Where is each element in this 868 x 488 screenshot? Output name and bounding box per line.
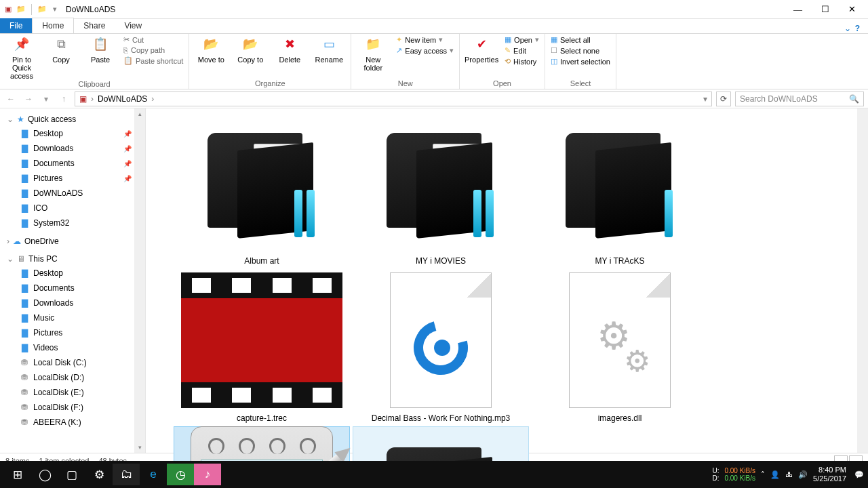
- edit-button[interactable]: ✎Edit: [505, 46, 539, 55]
- cut-button[interactable]: ✂Cut: [123, 35, 183, 44]
- nav-forward-button[interactable]: →: [22, 94, 35, 104]
- nav-this-pc[interactable]: ⌄ 🖥 This PC: [0, 252, 145, 266]
- app-taskbar-icon[interactable]: ♪: [194, 464, 221, 485]
- copy-path-button[interactable]: ⎘Copy path: [123, 46, 183, 54]
- item-video-file[interactable]: capture-1.trec: [174, 270, 349, 423]
- open-button[interactable]: ▦Open ▾: [505, 35, 539, 44]
- move-to-button[interactable]: 📂 Move to: [195, 35, 227, 64]
- nav-pc-item[interactable]: ▇Downloads: [0, 296, 145, 310]
- tray-clock[interactable]: 8:40 PM 5/25/2017: [813, 466, 849, 483]
- item-folder[interactable]: MY i MOVIES: [353, 113, 528, 266]
- history-button[interactable]: ⟲History: [505, 57, 539, 66]
- invert-selection-button[interactable]: ◫Invert selection: [551, 57, 610, 66]
- nav-pc-item[interactable]: ▇Documents: [0, 281, 145, 296]
- select-none-button[interactable]: ☐Select none: [551, 46, 610, 55]
- nav-quick-item[interactable]: ▇DoWNLoADS: [0, 186, 145, 201]
- nav-pc-item[interactable]: ⛃ABEERA (K:): [0, 415, 145, 430]
- tab-home[interactable]: Home: [32, 18, 74, 33]
- tab-share[interactable]: Share: [74, 18, 115, 33]
- address-bar[interactable]: ▣ › DoWNLoADS › ▾: [75, 92, 712, 106]
- select-all-button[interactable]: ▦Select all: [551, 35, 610, 44]
- crumb-sep-icon[interactable]: ›: [151, 94, 154, 104]
- crumb-sep-icon: ›: [91, 94, 94, 104]
- explorer-taskbar-icon[interactable]: 🗂: [113, 464, 140, 485]
- pin-icon: 📌: [123, 160, 132, 167]
- easy-access-button[interactable]: ↗Easy access ▾: [396, 46, 454, 55]
- item-folder[interactable]: Album art: [174, 113, 349, 266]
- new-folder-button[interactable]: 📁 New folder: [357, 35, 389, 72]
- nav-onedrive[interactable]: › ☁ OneDrive: [0, 235, 145, 248]
- pin-icon: 📌: [123, 175, 132, 182]
- nav-recent-button[interactable]: ▾: [39, 94, 53, 104]
- paste-button[interactable]: 📋 Paste: [84, 35, 117, 64]
- close-button[interactable]: ✕: [848, 4, 856, 15]
- nav-pc-item[interactable]: ⛃LocalDisk (E:): [0, 385, 145, 400]
- taskbar[interactable]: ⊞ ◯ ▢ ⚙ 🗂 e ◷ ♪ U: D: 0.00 KiB/s 0.00 Ki…: [0, 461, 868, 488]
- search-icon[interactable]: 🔍: [849, 94, 859, 104]
- item-folder[interactable]: MY i TRAcKS: [532, 113, 707, 266]
- file-list[interactable]: Album art MY i MOVIES MY i TRAcKS captur…: [146, 108, 868, 453]
- tray-notifications-icon[interactable]: 💬: [854, 470, 864, 479]
- nav-up-button[interactable]: ↑: [57, 94, 71, 104]
- group-organize-label: Organize: [195, 79, 345, 89]
- item-dll-file[interactable]: ⚙⚙ imageres.dll: [532, 270, 707, 423]
- chevron-down-icon: ⌄: [7, 254, 14, 264]
- nav-quick-item[interactable]: ▇Downloads📌: [0, 141, 145, 156]
- nav-quick-item[interactable]: ▇ICO: [0, 201, 145, 216]
- properties-button[interactable]: ✔ Properties: [465, 35, 498, 64]
- refresh-button[interactable]: ⟳: [716, 92, 731, 106]
- settings-taskbar-icon[interactable]: ⚙: [85, 464, 113, 485]
- nav-pc-item[interactable]: ⛃LocalDisk (D:): [0, 370, 145, 385]
- nav-quick-item[interactable]: ▇System32: [0, 216, 145, 230]
- tab-file[interactable]: File: [0, 18, 32, 33]
- nav-pc-item[interactable]: ▇Desktop: [0, 266, 145, 281]
- new-item-button[interactable]: ✦New item ▾: [396, 35, 454, 44]
- start-button[interactable]: ⊞: [4, 464, 31, 485]
- nav-pc-item[interactable]: ▇Videos: [0, 340, 145, 355]
- nav-quick-item[interactable]: ▇Documents📌: [0, 156, 145, 171]
- drive-icon: ⛃: [19, 417, 30, 428]
- nav-pc-item[interactable]: ▇Pictures: [0, 325, 145, 340]
- breadcrumb[interactable]: DoWNLoADS: [98, 94, 147, 104]
- ribbon-collapse-icon[interactable]: ⌄: [844, 24, 851, 33]
- nav-quick-access[interactable]: ⌄ ★ Quick access: [0, 113, 145, 126]
- nav-back-button[interactable]: ←: [4, 94, 18, 104]
- tray-people-icon[interactable]: 👤: [770, 470, 780, 479]
- content-scrollbar[interactable]: [857, 108, 868, 453]
- nav-quick-item[interactable]: ▇Pictures📌: [0, 171, 145, 186]
- copy-icon: ⧉: [52, 35, 71, 54]
- address-dropdown-icon[interactable]: ▾: [703, 94, 707, 104]
- folder-icon: ▇: [19, 312, 30, 323]
- tray-expand-icon[interactable]: ˄: [761, 470, 765, 479]
- edit-icon: ✎: [505, 46, 511, 55]
- cortana-button[interactable]: ◯: [31, 464, 58, 485]
- nav-scrollbar[interactable]: ▴▾: [134, 108, 145, 453]
- delete-button[interactable]: ✖ Delete: [273, 35, 306, 64]
- nav-pc-item[interactable]: ▇Music: [0, 310, 145, 325]
- tray-volume-icon[interactable]: 🔊: [798, 470, 808, 479]
- task-view-button[interactable]: ▢: [58, 464, 85, 485]
- pin-quick-access-button[interactable]: 📌 Pin to Quick access: [5, 35, 38, 80]
- rename-button[interactable]: ▭ Rename: [313, 35, 345, 64]
- nav-pc-item[interactable]: ⛃LocalDisk (F:): [0, 400, 145, 415]
- drive-icon: ⛃: [19, 402, 30, 413]
- edge-taskbar-icon[interactable]: e: [140, 464, 167, 485]
- nav-quick-item[interactable]: ▇Desktop📌: [0, 126, 145, 141]
- maximize-button[interactable]: ☐: [821, 4, 829, 15]
- item-audio-file[interactable]: Decimal Bass - Work For Nothing.mp3: [353, 270, 528, 423]
- copy-button[interactable]: ⧉ Copy: [45, 35, 77, 64]
- item-label: MY i TRAcKS: [595, 253, 645, 266]
- move-to-icon: 📂: [201, 35, 220, 54]
- qat-dropdown-icon[interactable]: ▾: [50, 4, 60, 15]
- search-box[interactable]: Search DoWNLoADS 🔍: [735, 92, 864, 106]
- copy-to-button[interactable]: 📂 Copy to: [234, 35, 267, 64]
- nav-pc-item[interactable]: ⛃Local Disk (C:): [0, 355, 145, 370]
- minimize-button[interactable]: —: [793, 4, 802, 15]
- help-icon[interactable]: ?: [855, 24, 860, 33]
- folder-icon: ▇: [19, 327, 30, 338]
- paste-shortcut-button[interactable]: 📋Paste shortcut: [123, 56, 183, 65]
- tray-network-icon[interactable]: 🖧: [785, 470, 793, 479]
- camtasia-taskbar-icon[interactable]: ◷: [167, 464, 194, 485]
- tab-view[interactable]: View: [115, 18, 151, 33]
- navigation-pane[interactable]: ⌄ ★ Quick access ▇Desktop📌▇Downloads📌▇Do…: [0, 108, 146, 453]
